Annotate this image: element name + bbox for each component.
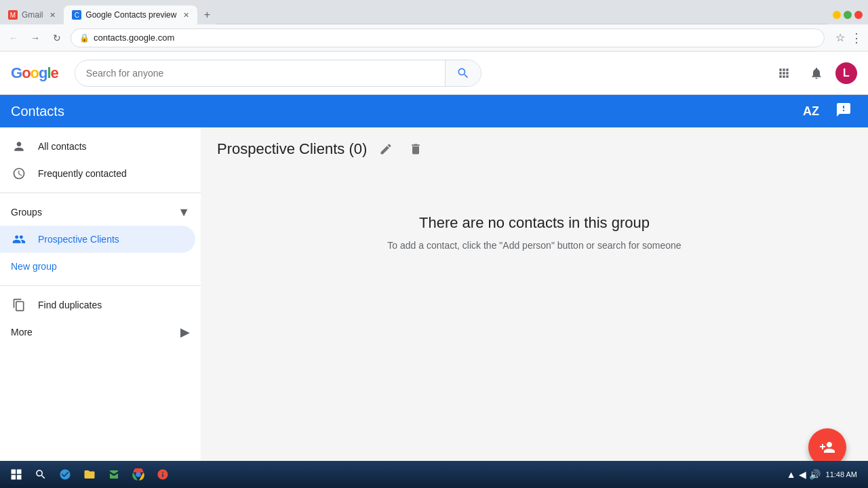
empty-state-subtitle: To add a contact, click the "Add person"… (387, 240, 681, 251)
search-icon (456, 66, 470, 80)
new-group-label: New group (11, 261, 57, 272)
app-bar-icons: AZ (797, 96, 857, 127)
lock-icon: 🔒 (79, 33, 90, 43)
feedback-icon (835, 102, 852, 118)
app-bar: Contacts AZ (0, 95, 868, 127)
taskbar-edge[interactable] (54, 464, 76, 485)
clock: 11:48 AM (826, 470, 857, 479)
close-button[interactable] (854, 11, 863, 19)
search-button[interactable] (445, 60, 481, 86)
taskbar-right: ▲ ◀ 🔊 11:48 AM (787, 469, 863, 480)
duplicates-icon (11, 297, 27, 313)
taskbar-chrome[interactable] (127, 464, 149, 485)
browser-menu-button[interactable]: ⋮ (850, 30, 863, 45)
store-icon (108, 468, 120, 481)
refresh-button[interactable]: ↻ (49, 30, 65, 46)
forward-button[interactable]: → (27, 30, 43, 46)
logo-g2: g (39, 64, 47, 82)
avatar[interactable]: L (835, 62, 857, 84)
logo-e: e (51, 64, 58, 82)
person-icon (11, 138, 27, 155)
group-title: Prospective Clients (0) (217, 140, 367, 158)
taskbar-app5[interactable] (152, 464, 174, 485)
start-button[interactable] (5, 464, 27, 485)
notifications-icon (810, 66, 823, 80)
delete-group-button[interactable] (405, 138, 427, 160)
edge-icon (59, 468, 71, 481)
content-area: Prospective Clients (0) There are no con… (201, 127, 868, 488)
contacts-favicon: C (72, 10, 81, 20)
all-contacts-label: All contacts (38, 141, 87, 152)
apps-button[interactable] (770, 60, 797, 87)
new-tab-button[interactable]: + (197, 5, 216, 24)
feedback-button[interactable] (830, 96, 857, 127)
taskbar: ▲ ◀ 🔊 11:48 AM (0, 461, 868, 488)
empty-state: There are no contacts in this group To a… (217, 214, 852, 251)
notifications-button[interactable] (803, 60, 830, 87)
folder-icon (83, 468, 96, 481)
frequently-contacted-label: Frequently contacted (38, 168, 127, 179)
taskbar-tray: ▲ ◀ 🔊 (787, 469, 821, 480)
taskbar-search-icon (35, 468, 47, 481)
sidebar-more[interactable]: More ▶ (0, 319, 201, 346)
app-title: Contacts (11, 104, 797, 119)
search-input[interactable] (75, 68, 445, 79)
edit-icon (379, 142, 393, 156)
more-arrow-icon: ▶ (180, 325, 190, 340)
sidebar-new-group[interactable]: New group (0, 253, 201, 280)
maximize-button[interactable] (844, 11, 852, 19)
chrome-icon (132, 468, 144, 481)
empty-state-title: There are no contacts in this group (419, 214, 650, 232)
sidebar-groups[interactable]: Groups ▼ (0, 199, 201, 226)
sort-button[interactable]: AZ (797, 99, 825, 124)
browser-controls: ← → ↻ 🔒 contacts.google.com ☆ ⋮ (0, 24, 868, 52)
tab-contacts[interactable]: C Google Contacts preview ✕ (64, 5, 197, 24)
add-person-icon (819, 439, 835, 455)
google-header: G o o g l e L (0, 52, 868, 95)
svg-point-0 (136, 472, 141, 477)
logo-o2: o (31, 64, 39, 82)
group-icon (11, 231, 27, 247)
tray-network-icon[interactable]: ◀ (799, 469, 806, 480)
bookmark-button[interactable]: ☆ (835, 31, 845, 44)
sidebar-item-all-contacts[interactable]: All contacts (0, 133, 195, 160)
search-bar[interactable] (75, 60, 481, 87)
tab-contacts-label: Google Contacts preview (85, 10, 176, 20)
tab-contacts-close[interactable]: ✕ (183, 11, 189, 20)
address-url: contacts.google.com (94, 33, 174, 43)
sidebar-item-frequently-contacted[interactable]: Frequently contacted (0, 160, 195, 187)
edit-group-button[interactable] (375, 138, 397, 160)
groups-arrow-icon: ▼ (178, 205, 190, 220)
tab-gmail[interactable]: M Gmail ✕ (0, 5, 64, 24)
sidebar: All contacts Frequently contacted Groups… (0, 127, 201, 488)
delete-icon (409, 142, 422, 156)
apps-icon (777, 66, 791, 80)
taskbar-explorer[interactable] (79, 464, 100, 485)
app5-icon (157, 468, 169, 481)
tab-gmail-label: Gmail (22, 10, 43, 20)
sidebar-divider (0, 192, 201, 193)
gmail-favicon: M (8, 10, 18, 20)
find-duplicates-label: Find duplicates (38, 300, 102, 310)
windows-icon (9, 468, 23, 481)
group-header: Prospective Clients (0) (217, 138, 852, 160)
taskbar-search[interactable] (30, 464, 52, 485)
address-bar[interactable]: 🔒 contacts.google.com (71, 28, 825, 47)
time-display: 11:48 AM (826, 470, 857, 479)
logo-o1: o (22, 64, 30, 82)
prospective-clients-label: Prospective Clients (38, 234, 119, 245)
tray-sound-icon[interactable]: 🔊 (809, 469, 821, 480)
sidebar-find-duplicates[interactable]: Find duplicates (0, 291, 195, 319)
minimize-button[interactable] (833, 11, 841, 19)
tray-up-icon[interactable]: ▲ (787, 469, 796, 480)
back-button[interactable]: ← (5, 30, 22, 46)
sidebar-divider-2 (0, 285, 201, 286)
sidebar-item-prospective-clients[interactable]: Prospective Clients (0, 226, 195, 253)
logo-g: G (11, 64, 22, 82)
tab-gmail-close[interactable]: ✕ (50, 11, 56, 20)
header-icons: L (770, 60, 857, 87)
main-layout: All contacts Frequently contacted Groups… (0, 127, 868, 488)
more-label: More (11, 327, 180, 338)
tab-bar: M Gmail ✕ C Google Contacts preview ✕ + (0, 0, 868, 24)
taskbar-store[interactable] (103, 464, 125, 485)
